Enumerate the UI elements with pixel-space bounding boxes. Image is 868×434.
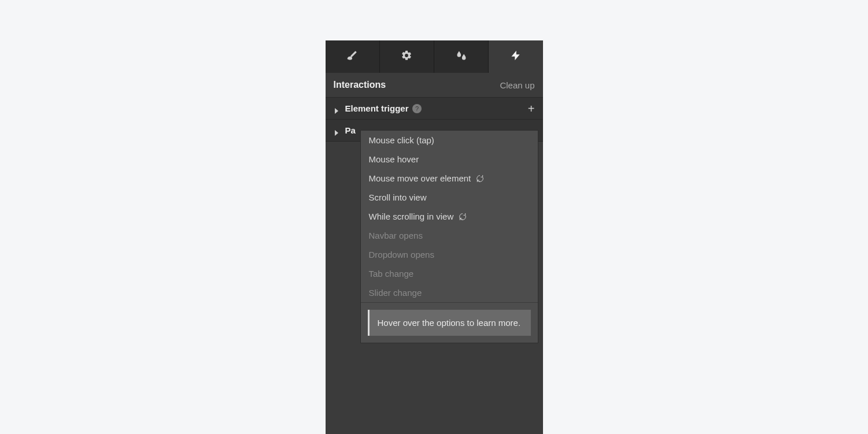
dropdown-item: Dropdown opens — [361, 245, 538, 264]
tab-interactions[interactable] — [489, 40, 542, 73]
element-trigger-row[interactable]: Element trigger ? + — [326, 97, 543, 119]
dropdown-item[interactable]: While scrolling in view — [361, 207, 538, 226]
dropdown-item-label: Slider change — [369, 288, 422, 298]
refresh-icon — [475, 174, 485, 183]
dropdown-item: Navbar opens — [361, 226, 538, 245]
dropdown-item-label: Scroll into view — [369, 192, 427, 202]
tab-style[interactable] — [326, 40, 380, 73]
lightning-icon — [510, 50, 522, 64]
dropdown-item: Slider change — [361, 283, 538, 302]
trigger-dropdown: Mouse click (tap)Mouse hoverMouse move o… — [360, 130, 538, 343]
tab-effects[interactable] — [434, 40, 489, 73]
tab-settings[interactable] — [380, 40, 434, 73]
panel-tabs — [326, 40, 543, 73]
chevron-right-icon — [334, 106, 339, 112]
dropdown-hint: Hover over the options to learn more. — [368, 310, 531, 336]
brush-icon — [346, 50, 358, 64]
help-icon[interactable]: ? — [412, 104, 422, 113]
dropdown-item: Tab change — [361, 264, 538, 283]
dropdown-item-label: Tab change — [369, 269, 414, 279]
panel-title: Interactions — [334, 80, 386, 90]
dropdown-item[interactable]: Mouse hover — [361, 150, 538, 169]
svg-text:?: ? — [415, 105, 418, 112]
dropdown-item-label: Navbar opens — [369, 231, 423, 240]
refresh-icon — [458, 212, 467, 221]
dropdown-item[interactable]: Mouse move over element — [361, 169, 538, 188]
page-trigger-label-truncated: Pa — [345, 125, 356, 135]
dropdown-item-label: Dropdown opens — [369, 250, 434, 259]
element-trigger-label: Element trigger — [345, 103, 409, 113]
dropdown-item-label: Mouse move over element — [369, 173, 471, 183]
dropdown-item[interactable]: Mouse click (tap) — [361, 131, 538, 150]
dropdown-item-label: Mouse hover — [369, 154, 419, 164]
cleanup-link[interactable]: Clean up — [500, 80, 534, 90]
gear-icon — [401, 50, 412, 64]
interactions-panel: Interactions Clean up Element trigger ? … — [326, 40, 543, 434]
chevron-right-icon — [334, 128, 339, 133]
dropdown-item-label: While scrolling in view — [369, 212, 454, 221]
dropdown-separator — [361, 302, 538, 303]
droplets-icon — [456, 50, 467, 64]
dropdown-item[interactable]: Scroll into view — [361, 188, 538, 207]
section-header: Interactions Clean up — [326, 73, 543, 97]
add-trigger-button[interactable]: + — [528, 103, 535, 114]
dropdown-item-label: Mouse click (tap) — [369, 135, 434, 145]
